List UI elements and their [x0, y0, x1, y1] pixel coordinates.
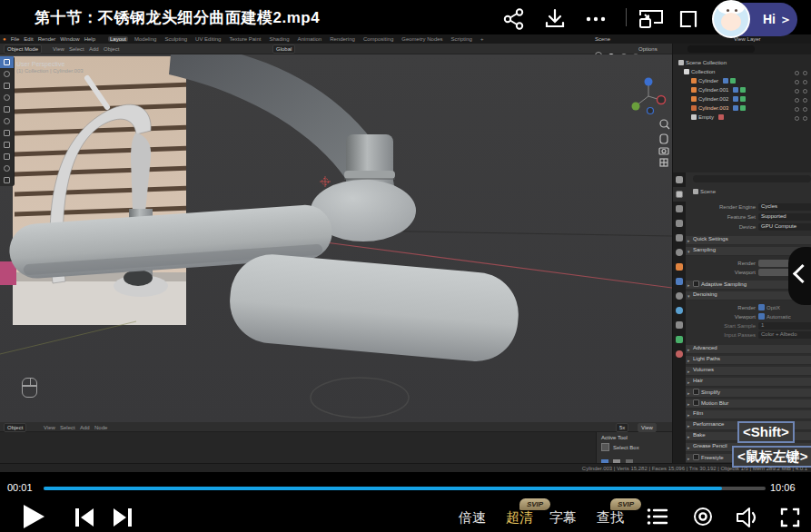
orientation-dropdown: Global [272, 44, 295, 54]
progress-bar[interactable] [44, 487, 766, 490]
viewport-header: Object Mode View Select Add Object Globa… [0, 44, 672, 54]
tool-rotate [0, 92, 14, 103]
scene-selector: Scene [595, 36, 610, 42]
view-layer-selector: View Layer [734, 36, 761, 42]
progress-fill [44, 487, 722, 490]
quality-button[interactable]: 超清 [506, 509, 533, 527]
viewport-toolbar [0, 56, 15, 186]
denoise-viewport-row: Viewport Automatic [686, 313, 811, 321]
nav-gizmo-icon [632, 78, 666, 114]
y-axis-line [0, 321, 136, 354]
start-sample-row: Start Sample 1 [686, 322, 811, 330]
playlist-icon[interactable] [647, 507, 668, 527]
outliner-item: Cylinder.003 [673, 105, 811, 113]
mode-dropdown: Object Mode [4, 44, 42, 54]
input-passes-row: Input Passes Color + Albedo [686, 331, 811, 340]
tool-add-cube [0, 151, 14, 163]
share-icon[interactable] [502, 7, 526, 31]
edge-collapse-widget[interactable] [788, 247, 811, 305]
download-icon[interactable] [543, 7, 567, 31]
previous-button[interactable] [74, 507, 94, 528]
video-content-blender[interactable]: ● FileEdit RenderWindow Help Layout Mode… [0, 34, 811, 472]
outliner-collection: Collection [673, 69, 811, 77]
viewport-nav-icons [659, 120, 669, 166]
bottom-editor-header: Object View Select Add Node 5x View [0, 422, 672, 432]
options-dropdown: Options [638, 45, 658, 53]
outliner-root: Scene Collection [673, 60, 811, 68]
properties-breadcrumb: Scene [686, 189, 811, 197]
active-tool-panel: Active Tool Select Box [596, 432, 672, 463]
render-engine-row: Render Engine Cycles [686, 203, 811, 212]
keypress-overlay-mouse-left: <鼠标左键> [732, 446, 811, 468]
outliner-search [687, 45, 755, 53]
viewport-3d: User Perspective (1) Collection | Cylind… [0, 54, 672, 422]
tool-extra-1 [0, 163, 14, 174]
outliner-item: Cylinder.002 [673, 96, 811, 104]
properties-tabs [673, 172, 686, 463]
viewport-overlay-collection: (1) Collection | Cylinder.003 [16, 67, 84, 74]
device-row: Device GPU Compute [686, 223, 811, 232]
workspace-tab-layout: Layout [108, 36, 128, 42]
keypress-overlay-shift: <Shift> [737, 421, 795, 443]
outliner-header [673, 44, 811, 54]
circle-mesh-outline [311, 378, 409, 418]
tool-select-box [0, 56, 14, 68]
account-button[interactable]: Hi ＞ [716, 3, 797, 36]
outliner-item: Cylinder.001 [673, 87, 811, 95]
shader-type-dropdown: Object [4, 423, 26, 432]
subtitle-button[interactable]: 字幕 [549, 509, 577, 527]
denoise-render-row: Render OptiX [686, 304, 811, 312]
zoom-dropdown: 5x [616, 423, 628, 432]
outliner-panel: Scene Collection Collection Cylinder Cyl… [672, 44, 811, 172]
avatar [712, 0, 750, 38]
feature-set-row: Feature Set Supported [686, 213, 811, 222]
next-button[interactable] [113, 507, 133, 528]
topbar-divider [626, 8, 627, 26]
tab-render [673, 187, 686, 202]
outliner-item: Cylinder [673, 78, 811, 86]
tool-extra-2 [0, 174, 14, 186]
blender-menubar: ● FileEdit RenderWindow Help Layout Mode… [0, 34, 811, 44]
cursor-3d [320, 176, 331, 187]
video-title: 第十节：不锈钢龙头细分曲面建模2.mp4 [35, 7, 320, 28]
hi-label: Hi ＞ [763, 12, 792, 28]
player-top-bar: 第十节：不锈钢龙头细分曲面建模2.mp4 [0, 0, 811, 29]
find-button[interactable]: 查找 [597, 509, 624, 527]
tool-annotate [0, 127, 14, 139]
properties-search [693, 175, 811, 182]
tool-scale [0, 103, 14, 115]
more-icon[interactable] [584, 7, 608, 31]
mouse-indicator-icon [22, 378, 37, 398]
select-box-icon [601, 443, 609, 451]
chevron-left-icon [793, 264, 811, 283]
pip-icon[interactable] [638, 7, 665, 31]
tool-transform [0, 115, 14, 127]
duration: 10:06 [770, 482, 796, 493]
current-time: 00:01 [7, 482, 33, 493]
scene-faucet-model [0, 54, 672, 422]
mini-player-icon[interactable] [676, 7, 701, 31]
section-quick-settings: ▸Quick Settings [686, 236, 811, 245]
view-button: View [638, 423, 657, 432]
play-button[interactable] [22, 504, 45, 529]
speed-button[interactable]: 倍速 [459, 509, 486, 527]
outliner-item: Empty [673, 114, 811, 123]
tool-measure [0, 139, 14, 151]
reference-photo [0, 56, 186, 325]
player-control-bar: 00:01 10:06 倍速 SVIP 超清 字幕 SVIP 查找 [0, 479, 811, 532]
fullscreen-icon[interactable] [779, 507, 801, 528]
blender-status-bar: Cylinder.003 | Verts 15,282 | Faces 15,0… [0, 463, 811, 472]
record-icon[interactable] [693, 507, 713, 527]
properties-panel: Scene Render Engine Cycles Feature Set S… [672, 172, 811, 463]
volume-icon[interactable] [736, 507, 761, 528]
video-player-window: 第十节：不锈钢龙头细分曲面建模2.mp4 [0, 0, 811, 532]
bottom-editor: Object View Select Add Node 5x View Acti… [0, 422, 672, 463]
tool-cursor [0, 68, 14, 80]
tool-move [0, 80, 14, 92]
